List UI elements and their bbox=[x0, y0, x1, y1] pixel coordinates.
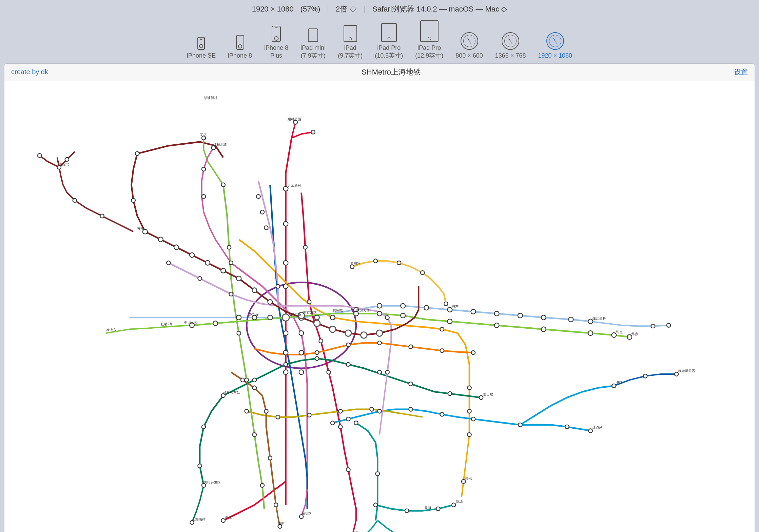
device-ipad-pro105[interactable]: iPad Pro(10.5英寸) bbox=[375, 23, 403, 60]
svg-point-56 bbox=[541, 327, 546, 331]
svg-point-127 bbox=[202, 167, 206, 171]
svg-point-5 bbox=[284, 350, 288, 355]
svg-point-41 bbox=[424, 305, 429, 310]
svg-point-16 bbox=[268, 300, 273, 304]
device-label-ipad: iPad(9.7英寸) bbox=[338, 44, 363, 60]
browser-frame: create by dk SHMetro上海地铁 设置 bbox=[4, 63, 755, 532]
svg-point-142 bbox=[651, 324, 655, 328]
svg-point-57 bbox=[588, 331, 593, 335]
browser-titlebar: create by dk SHMetro上海地铁 设置 bbox=[4, 64, 755, 81]
browser-info[interactable]: Safari浏览器 14.0.2 — macOS — Mac ◇ bbox=[372, 4, 507, 14]
svg-point-69 bbox=[612, 384, 616, 388]
svg-point-151 bbox=[330, 326, 336, 332]
svg-point-147 bbox=[65, 157, 69, 161]
svg-point-131 bbox=[227, 245, 231, 249]
svg-point-72 bbox=[354, 421, 358, 425]
ipad-pro105-icon bbox=[381, 23, 397, 42]
svg-point-92 bbox=[467, 409, 471, 413]
browser-left-link[interactable]: create by dk bbox=[11, 68, 48, 76]
svg-point-100 bbox=[245, 409, 249, 413]
svg-point-63 bbox=[409, 407, 413, 411]
svg-point-27 bbox=[135, 151, 139, 156]
svg-point-98 bbox=[268, 456, 272, 460]
svg-point-141 bbox=[444, 302, 448, 306]
svg-point-104 bbox=[370, 407, 374, 411]
toolbar-info: 1920 × 1080 (57%) | 2倍 ◇ | Safari浏览器 14.… bbox=[252, 4, 507, 14]
svg-point-132 bbox=[237, 331, 241, 335]
svg-point-115 bbox=[198, 464, 202, 468]
resolution-text: 1920 × 1080 bbox=[252, 5, 294, 14]
svg-point-124 bbox=[385, 315, 389, 320]
svg-point-34 bbox=[319, 339, 323, 343]
svg-point-37 bbox=[346, 468, 350, 472]
device-label-iphone-8plus: iPhone 8Plus bbox=[264, 44, 288, 60]
device-1920x1080[interactable]: 1920 × 1080 bbox=[538, 32, 572, 60]
device-list: iPhone SE iPhone 8 iPhone 8Plus iPad min… bbox=[187, 20, 572, 60]
svg-point-23 bbox=[131, 198, 135, 202]
ipad-pro129-icon bbox=[420, 20, 439, 42]
svg-point-45 bbox=[518, 313, 523, 318]
svg-point-60 bbox=[331, 421, 335, 425]
scale-control[interactable]: 2倍 ◇ bbox=[336, 4, 357, 14]
svg-point-74 bbox=[374, 503, 378, 507]
svg-point-138 bbox=[374, 259, 378, 263]
svg-point-88 bbox=[471, 351, 475, 355]
svg-point-89 bbox=[330, 315, 335, 320]
svg-point-24 bbox=[100, 214, 104, 218]
device-800x600[interactable]: 800 × 600 bbox=[455, 32, 483, 60]
browser-right-link[interactable]: 设置 bbox=[734, 67, 748, 77]
svg-point-106 bbox=[253, 378, 257, 382]
svg-text:静安寺: 静安寺 bbox=[249, 312, 259, 316]
svg-point-43 bbox=[471, 309, 476, 314]
device-iphone-se[interactable]: iPhone SE bbox=[187, 37, 216, 60]
svg-point-71 bbox=[675, 372, 679, 376]
svg-point-140 bbox=[421, 271, 425, 275]
svg-text:光明路: 光明路 bbox=[301, 512, 312, 515]
svg-point-97 bbox=[264, 409, 268, 413]
svg-text:终点: 终点 bbox=[616, 330, 623, 334]
svg-point-39 bbox=[377, 303, 382, 308]
device-iphone-8[interactable]: iPhone 8 bbox=[228, 35, 252, 60]
svg-point-146 bbox=[38, 154, 42, 158]
svg-point-32 bbox=[303, 245, 307, 249]
device-1366x768[interactable]: 1366 × 768 bbox=[495, 32, 526, 60]
svg-point-114 bbox=[202, 425, 206, 429]
device-label-800x600: 800 × 600 bbox=[455, 52, 483, 60]
svg-point-103 bbox=[338, 409, 343, 413]
compass-1920-icon bbox=[546, 32, 564, 50]
svg-point-153 bbox=[361, 332, 367, 338]
svg-point-133 bbox=[245, 378, 249, 382]
device-label-1366x768: 1366 × 768 bbox=[495, 52, 526, 60]
device-ipad[interactable]: iPad(9.7英寸) bbox=[338, 25, 363, 60]
svg-point-95 bbox=[241, 378, 245, 382]
svg-text:虹桥火车站: 虹桥火车站 bbox=[223, 390, 240, 394]
svg-point-93 bbox=[467, 433, 471, 437]
svg-point-11 bbox=[268, 315, 273, 320]
svg-text:中山公园: 中山公园 bbox=[184, 321, 198, 324]
svg-point-20 bbox=[174, 245, 179, 250]
compass-1366-icon bbox=[502, 32, 519, 50]
device-label-ipad-pro129: iPad Pro(12.9英寸) bbox=[415, 44, 443, 60]
device-ipad-pro129[interactable]: iPad Pro(12.9英寸) bbox=[415, 20, 443, 60]
iphone-se-icon bbox=[197, 37, 205, 50]
svg-point-118 bbox=[198, 277, 202, 281]
svg-point-99 bbox=[274, 503, 278, 507]
svg-point-139 bbox=[397, 261, 401, 265]
svg-point-107 bbox=[284, 362, 288, 366]
device-label-1920x1080: 1920 × 1080 bbox=[538, 52, 572, 60]
compass-800-icon bbox=[461, 32, 478, 50]
svg-point-152 bbox=[345, 330, 351, 336]
svg-point-76 bbox=[436, 507, 440, 511]
svg-point-36 bbox=[338, 425, 343, 429]
browser-content: 人民广场 南京东路 静安寺 中山公园 张江高科 终点 陆家嘴 世纪大道 浦东 嘉… bbox=[4, 81, 755, 532]
svg-point-14 bbox=[236, 276, 241, 281]
svg-point-15 bbox=[252, 288, 257, 292]
svg-text:临港新片区: 临港新片区 bbox=[678, 369, 695, 373]
device-ipad-mini[interactable]: iPad mini(7.9英寸) bbox=[300, 28, 326, 60]
svg-text:迪士尼: 迪士尼 bbox=[483, 392, 493, 396]
svg-point-35 bbox=[327, 370, 331, 374]
svg-point-9 bbox=[315, 315, 319, 320]
svg-point-78 bbox=[221, 518, 225, 523]
toolbar: 1920 × 1080 (57%) | 2倍 ◇ | Safari浏览器 14.… bbox=[0, 0, 759, 63]
device-iphone-8plus[interactable]: iPhone 8Plus bbox=[264, 26, 288, 60]
